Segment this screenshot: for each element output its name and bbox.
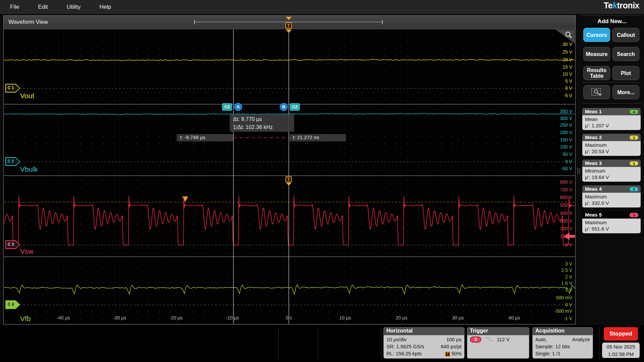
channel-tag-c2[interactable]: C 2	[5, 157, 20, 166]
acquisition-single: Single: 1 /1	[535, 350, 560, 357]
zoom-select-button[interactable]	[583, 85, 610, 99]
date-text: 05 Nov 2025	[602, 343, 640, 351]
menu-item-utility[interactable]: Utility	[67, 4, 81, 10]
channel-tag-label: C 3	[5, 242, 16, 247]
channel-tag-c3[interactable]: C 3	[5, 240, 20, 249]
menu-item-edit[interactable]: Edit	[38, 4, 48, 10]
add-new-results-table-button[interactable]: Results Table	[583, 66, 610, 80]
axis-label-ch2: -50 V	[549, 166, 572, 171]
channel-name-vbulk: Vbulk	[20, 165, 38, 173]
logo-text-2: tronix	[617, 1, 639, 10]
axis-label-ch1: 30 V	[549, 42, 572, 47]
time-axis-label: -40 µs	[52, 315, 75, 320]
menu-item-help[interactable]: Help	[99, 4, 111, 10]
horizontal-record-length: RL: 156.25 kpts	[386, 350, 422, 357]
trigger-level: 112 V	[497, 336, 509, 343]
meas-body: Maximumµ': 332.0 V	[582, 193, 641, 207]
channel-name-vfb: Vfb	[20, 315, 31, 323]
channel-tag-c4[interactable]: C 4	[5, 300, 20, 309]
acquisition-analyze: Analyze	[572, 336, 590, 343]
add-new-cursors-button[interactable]: Cursors	[583, 28, 610, 42]
axis-label-ch2: 200 V	[549, 130, 572, 135]
trigger-position-icon[interactable]	[286, 17, 292, 20]
run-stop-status-button[interactable]: Stopped	[604, 327, 638, 341]
axis-label-ch4: 1 V	[549, 287, 572, 293]
horizontal-resolution: 640 ps/pt	[441, 343, 462, 350]
axis-label-ch1: -5 V	[549, 93, 572, 98]
axis-label-ch3: 100 V	[549, 234, 572, 239]
axis-label-ch4: 0 V	[549, 302, 572, 307]
waveform-view-window: Waveform View T T C2 A B C2	[3, 15, 576, 324]
meas-header: Meas 53	[582, 211, 641, 219]
axis-label-ch3: 800 V	[549, 179, 572, 185]
graticule[interactable]: T C2 A B C2 Δt: 9.770 µs 1/Δt: 102.36 kH…	[4, 29, 575, 324]
axis-label-ch2: 300 V	[549, 116, 572, 121]
horizontal-sample-rate: SR: 1.5625 GS/s	[386, 343, 424, 350]
meas-body: Minimumµ': 19.64 V	[582, 167, 641, 182]
channel-tag-c1[interactable]: C 1	[5, 84, 20, 93]
time-axis-label: -10 µs	[221, 315, 244, 320]
axis-label-ch2: 350 V	[549, 109, 572, 114]
channel-tag-label: C 2	[5, 159, 16, 164]
cursor-delta-t: Δt: 9.770 µs	[233, 115, 291, 123]
more-button[interactable]: More...	[612, 85, 639, 99]
axis-label-ch4: -1 V	[549, 316, 572, 321]
axis-label-ch4: 1.5 V	[549, 281, 572, 286]
horizontal-position: 50%	[451, 351, 462, 356]
axis-label-ch2: 250 V	[549, 122, 572, 128]
trigger-position-icon-graticule[interactable]	[286, 29, 292, 33]
meas-body: Maximumµ': 20.53 V	[582, 141, 641, 156]
add-new-plot-button[interactable]: Plot	[612, 66, 639, 80]
add-new-title: Add New...	[581, 15, 643, 25]
axis-label-ch2: 150 V	[549, 137, 572, 142]
cursor-source-badge-a[interactable]: C2	[222, 103, 232, 111]
meas-header: Meas 42	[582, 185, 641, 193]
trigger-t-marker-ch3[interactable]: T	[285, 176, 292, 182]
axis-label-ch1: 10 V	[549, 71, 572, 77]
meas-card-1[interactable]: Meas 14Meanµ': 1.207 V	[582, 108, 641, 130]
add-new-callout-button[interactable]: Callout	[612, 28, 639, 42]
horizontal-scale: 10 µs/div	[386, 336, 407, 343]
axis-label-ch3: 200 V	[549, 226, 572, 231]
meas-source-badge: 3	[629, 213, 639, 218]
meas-source-badge: 1	[629, 161, 639, 166]
axis-label-ch1: 0 V	[549, 85, 572, 91]
cursor-b-handle[interactable]: B	[280, 103, 288, 111]
menu-item-file[interactable]: File	[10, 4, 19, 10]
menu-bar: FileEditUtilityHelp Tektronix	[0, 0, 644, 14]
meas-body: Maximumµ': 551.6 V	[582, 219, 641, 233]
axis-label-ch4: 2 V	[549, 274, 572, 280]
meas-card-2[interactable]: Meas 21Maximumµ': 20.53 V	[582, 134, 641, 156]
waveform-view-title: Waveform View	[8, 19, 48, 25]
axis-label-ch1: 5 V	[549, 78, 572, 84]
meas-source-badge: 1	[629, 135, 639, 140]
trigger-t-marker-arrow	[286, 183, 291, 186]
axis-label-ch3: 700 V	[549, 187, 572, 192]
channel-name-vsw: Vsw	[20, 247, 34, 255]
tektronix-logo: Tektronix	[604, 1, 639, 10]
cursor-a-time-readout: t: -9.748 µs	[177, 134, 233, 141]
meas-header: Meas 31	[582, 160, 641, 167]
meas-card-3[interactable]: Meas 31Minimumµ': 19.64 V	[582, 160, 641, 182]
side-panel: Add New... CursorsCalloutMeasureSearchRe…	[581, 15, 643, 324]
panel-divider-handle[interactable]	[577, 165, 580, 177]
horizontal-panel[interactable]: Horizontal 10 µs/div100 µs SR: 1.5625 GS…	[383, 327, 465, 359]
cursor-a-handle[interactable]: A	[234, 103, 242, 111]
cursor-source-badge-b[interactable]: C2	[290, 103, 300, 111]
trigger-title: Trigger	[467, 327, 529, 335]
axis-label-ch1: 15 V	[549, 64, 572, 70]
time-axis-label: 20 µs	[390, 315, 413, 320]
trigger-t-icon[interactable]: T	[285, 22, 292, 28]
axis-label-ch3: 400 V	[549, 210, 572, 216]
meas-card-5[interactable]: Meas 53Maximumµ': 551.6 V	[582, 211, 641, 233]
trigger-panel[interactable]: Trigger 3 112 V	[467, 327, 529, 359]
horizontal-title: Horizontal	[384, 327, 464, 335]
add-new-measure-button[interactable]: Measure	[583, 47, 610, 61]
logo-text: Te	[604, 1, 612, 10]
axis-label-ch1: 20 V	[549, 57, 572, 62]
waveform-view-titlebar: Waveform View T	[4, 16, 575, 29]
meas-card-4[interactable]: Meas 42Maximumµ': 332.0 V	[582, 185, 641, 207]
add-new-search-button[interactable]: Search	[612, 47, 639, 61]
acquisition-panel[interactable]: Acquisition Auto,Analyze Sample: 12 bits…	[532, 327, 593, 359]
time-axis-label: 40 µs	[502, 315, 526, 320]
